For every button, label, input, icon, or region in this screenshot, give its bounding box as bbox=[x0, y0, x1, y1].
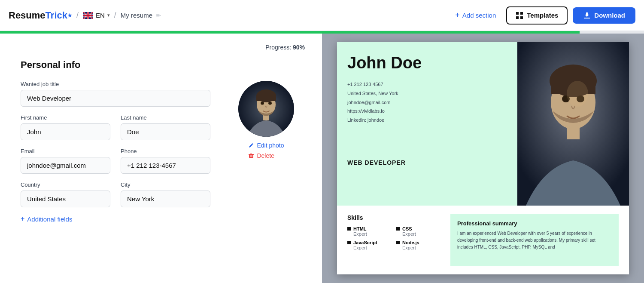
breadcrumb-sep-1: / bbox=[76, 11, 79, 20]
edit-photo-label: Edit photo bbox=[257, 142, 284, 149]
download-icon bbox=[583, 12, 591, 19]
resume-skills-title: Skills bbox=[347, 214, 442, 221]
add-section-button[interactable]: + Add section bbox=[450, 7, 501, 23]
additional-fields-label: Additional fields bbox=[27, 215, 72, 223]
skill-bullet bbox=[396, 227, 400, 231]
delete-photo-button[interactable]: Delete bbox=[248, 152, 284, 159]
skill-nodejs: Node.js Expert bbox=[396, 240, 442, 250]
resume-contact-phone: +1 212 123-4567 bbox=[347, 80, 507, 89]
edit-photo-button[interactable]: Edit photo bbox=[248, 142, 284, 149]
header: ResumeTrick★ / EN ▾ / My resume ✏ + Add … bbox=[0, 0, 644, 31]
header-actions: + Add section Templates Download bbox=[450, 6, 635, 25]
resume-contact-website: https://vividlabs.io bbox=[347, 107, 507, 116]
resume-name-label: My resume bbox=[121, 12, 152, 19]
chevron-down-icon: ▾ bbox=[107, 12, 110, 18]
lang-label: EN bbox=[96, 12, 105, 19]
svg-rect-9 bbox=[256, 96, 276, 101]
resume-skills: Skills HTML Expert CSS bbox=[347, 214, 442, 266]
progress-label: Progress: 90% bbox=[21, 44, 305, 51]
personal-info-grid: Wanted job title First name Last name bbox=[21, 81, 305, 223]
city-label: City bbox=[121, 181, 210, 188]
photo-actions: Edit photo Delete bbox=[248, 142, 284, 159]
svg-rect-4 bbox=[520, 16, 523, 19]
country-input[interactable] bbox=[21, 191, 110, 207]
logo-resume: Resume bbox=[9, 10, 46, 21]
city-group: City bbox=[121, 181, 210, 207]
skill-bullet bbox=[347, 241, 351, 244]
resume-job-title: WEB DEVELOPER bbox=[347, 159, 507, 166]
skill-html: HTML Expert bbox=[347, 226, 393, 237]
location-row: Country City bbox=[21, 181, 210, 207]
email-input[interactable] bbox=[21, 157, 110, 174]
skill-html-text: HTML Expert bbox=[353, 226, 367, 237]
photo-section: Edit photo Delete bbox=[228, 81, 305, 223]
skill-css: CSS Expert bbox=[396, 226, 442, 237]
skill-bullet bbox=[347, 227, 351, 231]
last-name-input[interactable] bbox=[121, 123, 210, 140]
wanted-job-title-label: Wanted job title bbox=[21, 81, 210, 87]
city-input[interactable] bbox=[121, 191, 210, 207]
svg-rect-1 bbox=[516, 12, 519, 15]
first-name-label: First name bbox=[21, 114, 110, 121]
last-name-label: Last name bbox=[121, 114, 210, 121]
edit-photo-icon bbox=[248, 142, 254, 148]
language-selector[interactable]: EN ▾ bbox=[83, 12, 110, 19]
svg-point-25 bbox=[567, 81, 588, 107]
svg-point-12 bbox=[268, 102, 272, 105]
additional-fields-plus-icon: + bbox=[21, 215, 24, 223]
templates-icon bbox=[516, 12, 523, 19]
skill-css-text: CSS Expert bbox=[402, 226, 416, 237]
logo-trick: Trick bbox=[46, 10, 67, 21]
add-section-label: Add section bbox=[462, 12, 496, 19]
resume-photo-svg bbox=[517, 42, 629, 206]
avatar bbox=[238, 81, 294, 137]
country-group: Country bbox=[21, 181, 110, 207]
resume-contact-location: United States, New York bbox=[347, 89, 507, 98]
add-section-plus-icon: + bbox=[455, 11, 460, 20]
resume-contact-linkedin: Linkedin: johndoe bbox=[347, 116, 507, 125]
email-label: Email bbox=[21, 148, 110, 154]
download-button[interactable]: Download bbox=[573, 7, 635, 24]
phone-group: Phone bbox=[121, 148, 210, 174]
name-row: First name Last name bbox=[21, 114, 210, 140]
skills-grid: HTML Expert CSS Expert bbox=[347, 226, 442, 250]
resume-bottom: Skills HTML Expert CSS bbox=[337, 206, 629, 274]
skill-js: JavaScript Expert bbox=[347, 240, 393, 250]
avatar-image bbox=[238, 81, 294, 137]
resume-summary: Professional summary I am an experienced… bbox=[450, 214, 619, 266]
progress-value: 90% bbox=[293, 44, 305, 51]
section-title: Personal info bbox=[21, 59, 305, 71]
resume-name-breadcrumb: My resume ✏ bbox=[121, 12, 161, 19]
country-label: Country bbox=[21, 181, 110, 188]
phone-input[interactable] bbox=[121, 157, 210, 174]
resume-contact-email: johndoe@gmail.com bbox=[347, 98, 507, 107]
svg-point-11 bbox=[261, 102, 264, 105]
first-name-group: First name bbox=[21, 114, 110, 140]
resume-left-col: John Doe +1 212 123-4567 United States, … bbox=[337, 42, 517, 206]
additional-fields-button[interactable]: + Additional fields bbox=[21, 215, 72, 223]
skill-nodejs-text: Node.js Expert bbox=[402, 240, 419, 250]
right-panel: John Doe +1 212 123-4567 United States, … bbox=[322, 34, 644, 283]
skill-js-text: JavaScript Expert bbox=[353, 240, 377, 250]
first-name-input[interactable] bbox=[21, 123, 110, 140]
logo-star: ★ bbox=[67, 12, 72, 18]
resume-contact: +1 212 123-4567 United States, New York … bbox=[347, 80, 507, 125]
edit-resume-name-icon[interactable]: ✏ bbox=[156, 12, 161, 19]
wanted-job-title-input[interactable] bbox=[21, 90, 210, 107]
resume-top: John Doe +1 212 123-4567 United States, … bbox=[337, 42, 629, 206]
left-panel: Progress: 90% Personal info Wanted job t… bbox=[0, 34, 322, 283]
form-fields: Wanted job title First name Last name bbox=[21, 81, 210, 223]
templates-button[interactable]: Templates bbox=[506, 6, 568, 25]
download-label: Download bbox=[594, 12, 625, 19]
delete-label: Delete bbox=[257, 152, 274, 159]
svg-rect-3 bbox=[516, 16, 519, 19]
logo[interactable]: ResumeTrick★ bbox=[9, 10, 72, 21]
last-name-group: Last name bbox=[121, 114, 210, 140]
phone-label: Phone bbox=[121, 148, 210, 154]
contact-row: Email Phone bbox=[21, 148, 210, 174]
email-group: Email bbox=[21, 148, 110, 174]
resume-photo bbox=[517, 42, 629, 206]
templates-label: Templates bbox=[527, 12, 558, 19]
svg-rect-5 bbox=[584, 18, 590, 18]
resume-summary-text: I am an experienced Web Developer with o… bbox=[457, 230, 612, 251]
